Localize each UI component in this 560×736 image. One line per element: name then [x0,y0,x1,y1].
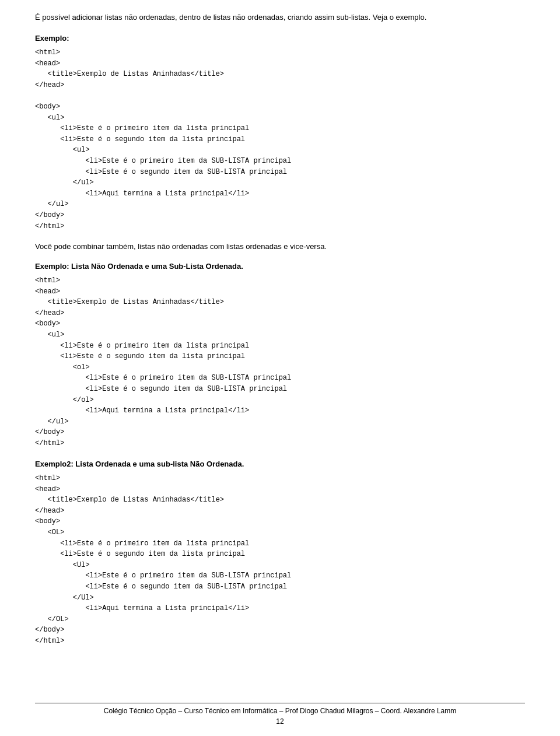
footer-page: 12 [35,717,525,726]
intro-text: É possível adicionar listas não ordenada… [35,12,525,23]
example3-label: Exemplo2: Lista Ordenada e uma sub-lista… [35,458,525,470]
example3-code: <html> <head> <title>Exemplo de Listas A… [35,473,525,647]
footer: Colégio Técnico Opção – Curso Técnico em… [35,703,525,726]
example2-label: Exemplo: Lista Não Ordenada e uma Sub-Li… [35,261,525,272]
footer-text: Colégio Técnico Opção – Curso Técnico em… [104,707,457,715]
example1-label: Exemplo: [35,33,525,44]
between-text: Você pode combinar também, listas não or… [35,241,525,253]
example2-code: <html> <head> <title>Exemplo de Listas A… [35,275,525,449]
example1-code: <html> <head> <title>Exemplo de Listas A… [35,47,525,232]
